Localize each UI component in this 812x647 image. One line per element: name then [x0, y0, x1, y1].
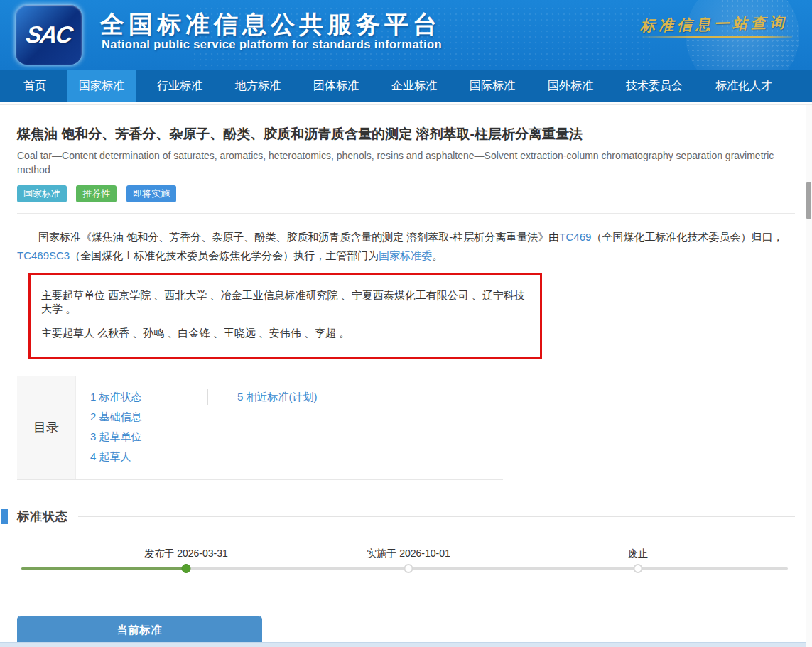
timeline-label-abolished: 废止	[628, 548, 648, 560]
toc-item-drafters[interactable]: 4 起草人	[90, 447, 222, 467]
nav-item-technical-committees[interactable]: 技术委员会	[614, 70, 695, 102]
timeline-label-published: 发布于 2026-03-31	[144, 548, 228, 560]
nav-item-home[interactable]: 首页	[11, 70, 58, 102]
site-header: SAC 全国标准信息公共服务平台 National public service…	[0, 0, 812, 70]
timeline-dot-published[interactable]	[182, 564, 191, 573]
badge-national-standard: 国家标准	[17, 185, 67, 202]
red-annotation-box: 主要起草单位 西京学院 、西北大学 、冶金工业信息标准研究院 、宁夏西泰煤化工有…	[28, 273, 542, 359]
main-content: 煤焦油 饱和分、芳香分、杂原子、酚类、胶质和沥青质含量的测定 溶剂萃取-柱层析分…	[0, 125, 812, 647]
drafters-line: 主要起草人 么秋香 、孙鸣 、白金锋 、王晓远 、安伟伟 、李超 。	[41, 327, 529, 340]
current-standard-card-header: 当前标准	[18, 616, 261, 643]
section-accent-bar	[1, 509, 8, 524]
toc-label: 目录	[17, 376, 76, 479]
main-nav: 首页 国家标准 行业标准 地方标准 团体标准 企业标准 国际标准 国外标准 技术…	[0, 70, 812, 102]
page-scrollbar[interactable]	[806, 105, 812, 647]
timeline-completed-segment	[21, 567, 187, 570]
timeline-label-implemented: 实施于 2026-10-01	[367, 548, 450, 560]
title-divider	[17, 213, 795, 214]
standard-intro-paragraph: 国家标准《煤焦油 饱和分、芳香分、杂原子、酚类、胶质和沥青质含量的测定 溶剂萃取…	[17, 228, 795, 265]
toc-column-divider	[207, 389, 208, 405]
badge-recommended: 推荐性	[76, 185, 117, 202]
tc469-link[interactable]: TC469	[559, 231, 591, 243]
nav-item-group-standards[interactable]: 团体标准	[301, 70, 371, 102]
drafting-units-line: 主要起草单位 西京学院 、西北大学 、冶金工业信息标准研究院 、宁夏西泰煤化工有…	[41, 289, 529, 316]
scrollbar-thumb[interactable]	[806, 182, 811, 219]
toc-item-basic-info[interactable]: 2 基础信息	[90, 407, 222, 427]
nav-item-local-standards[interactable]: 地方标准	[223, 70, 293, 102]
nav-item-industry-standards[interactable]: 行业标准	[145, 70, 215, 102]
status-timeline: 发布于 2026-03-31 实施于 2026-10-01 废止	[17, 538, 795, 589]
section-rule	[78, 516, 795, 517]
sac-committee-link[interactable]: 国家标准委	[379, 249, 432, 261]
bottom-strip	[0, 642, 812, 647]
toc-column-2: 5 相近标准(计划)	[222, 387, 318, 467]
intro-mid2: （全国煤化工标准化技术委员会炼焦化学分会）执行，主管部门为	[70, 249, 379, 261]
site-slogan: 标准信息一站查询	[640, 12, 789, 36]
toc-body: 1 标准状态 2 基础信息 3 起草单位 4 起草人 5 相近标准(计划)	[76, 376, 503, 479]
nav-item-foreign-standards[interactable]: 国外标准	[536, 70, 605, 102]
nav-item-national-standards[interactable]: 国家标准	[67, 70, 136, 102]
badge-row: 国家标准 推荐性 即将实施	[17, 185, 795, 202]
sac-logo-text: SAC	[24, 21, 73, 48]
nav-item-international-standards[interactable]: 国际标准	[458, 70, 527, 102]
site-title-en: National public service platform for sta…	[102, 38, 442, 51]
nav-item-enterprise-standards[interactable]: 企业标准	[379, 70, 449, 102]
toc-item-drafting-units[interactable]: 3 起草单位	[90, 427, 222, 447]
toc-item-standard-status[interactable]: 1 标准状态	[90, 387, 222, 407]
section-title: 标准状态	[17, 509, 68, 525]
standard-title-en: Coal tar—Content determination of satura…	[17, 148, 791, 178]
standard-title-cn: 煤焦油 饱和分、芳香分、杂原子、酚类、胶质和沥青质含量的测定 溶剂萃取-柱层析分…	[17, 125, 795, 143]
status-section-heading: 标准状态	[17, 509, 795, 525]
nav-bottom-gap	[0, 102, 812, 105]
globe-dots-decoration	[686, 0, 799, 70]
toc-column-1: 1 标准状态 2 基础信息 3 起草单位 4 起草人	[90, 387, 222, 467]
intro-mid1: （全国煤化工标准化技术委员会）归口，	[591, 231, 783, 243]
intro-prefix: 国家标准《煤焦油 饱和分、芳香分、杂原子、酚类、胶质和沥青质含量的测定 溶剂萃取…	[38, 231, 559, 243]
toc-item-similar-standards[interactable]: 5 相近标准(计划)	[237, 387, 318, 407]
badge-upcoming: 即将实施	[126, 185, 176, 202]
nav-item-standardization-talent[interactable]: 标准化人才	[703, 70, 784, 102]
intro-suffix: 。	[432, 249, 443, 261]
timeline-dot-abolished[interactable]	[634, 564, 643, 573]
site-title-cn: 全国标准信息公共服务平台	[100, 9, 441, 41]
sac-logo[interactable]: SAC	[16, 5, 82, 65]
tc469sc3-link[interactable]: TC469SC3	[17, 249, 70, 261]
table-of-contents: 目录 1 标准状态 2 基础信息 3 起草单位 4 起草人 5 相近标准(计划)	[17, 376, 503, 480]
timeline-dot-implemented[interactable]	[404, 564, 413, 573]
slogan-underline	[642, 36, 792, 38]
